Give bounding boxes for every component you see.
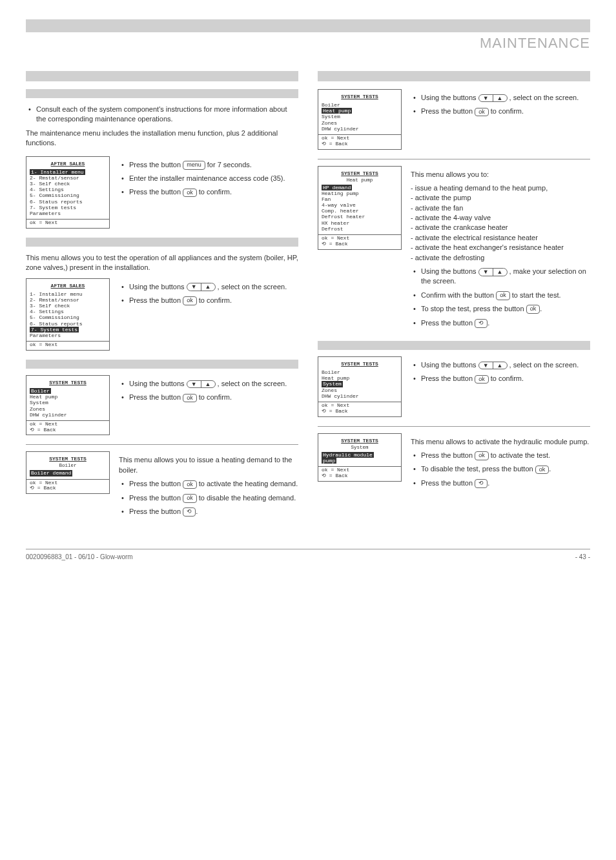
divider (318, 159, 590, 159)
arrow-buttons-icon: ▼▲ (478, 94, 508, 103)
back-button-icon: ⟲ (475, 319, 488, 328)
arrow-buttons-icon: ▼▲ (187, 380, 216, 389)
footer-left: 0020096883_01 - 06/10 - Glow-worm (26, 553, 133, 560)
block-hp-sub: SYSTEM TESTSHeat pumpHP demandHeating pu… (318, 166, 590, 332)
lcd-sys-sub: SYSTEM TESTSSystemHydraulic modulepumpok… (318, 433, 402, 482)
divider (318, 426, 590, 427)
arrow-buttons-icon: ▼▲ (478, 268, 508, 276)
right-column: SYSTEM TESTSBoilerHeat pumpSystemZonesDH… (318, 71, 590, 529)
block-st-hp-sel: SYSTEM TESTSBoilerHeat pumpSystemZonesDH… (318, 89, 590, 150)
lcd-st-system: SYSTEM TESTSBoilerHeat pumpSystemZonesDH… (318, 356, 402, 417)
ok-button-icon: ok (496, 291, 510, 300)
header-bar (26, 19, 590, 32)
lcd-after-sales-1: AFTER SALES1- Installer menu2- Rmstat/se… (26, 156, 110, 229)
back-button-icon: ⟲ (183, 507, 196, 517)
tests-desc: This menu allows you to test the operati… (26, 253, 298, 273)
section-head (318, 71, 590, 81)
menu-button-icon: menu (183, 161, 205, 170)
footer-right: - 43 - (575, 553, 590, 560)
sub-head (26, 89, 298, 98)
block-sys-sub: SYSTEM TESTSSystemHydraulic modulepumpok… (318, 433, 590, 493)
page-title: MAINTENANCE (26, 35, 590, 52)
block-st-system-sel: SYSTEM TESTSBoilerHeat pumpSystemZonesDH… (318, 356, 590, 417)
arrow-buttons-icon: ▼▲ (478, 362, 508, 370)
system-sub-intro: This menu allows to activate the hydraul… (411, 437, 590, 447)
lcd-st-boiler: SYSTEM TESTSBoilerHeat pumpSystemZonesDH… (26, 375, 110, 436)
back-button-icon: ⟲ (475, 479, 488, 488)
ok-button-icon: ok (183, 494, 197, 503)
ok-button-icon: ok (183, 480, 197, 489)
lcd-hp-sub: SYSTEM TESTSHeat pumpHP demandHeating pu… (318, 166, 402, 250)
lcd-boiler-demand: SYSTEM TESTSBoilerBoiler demandok = Next… (26, 451, 110, 494)
block-boiler-demand: SYSTEM TESTSBoilerBoiler demandok = Next… (26, 451, 298, 520)
hp-menu-lines: - issue a heating demand to the heat pum… (411, 183, 590, 263)
lcd-after-sales-2: AFTER SALES1- Installer menu2- Rmstat/se… (26, 278, 110, 351)
sub-head (26, 238, 298, 247)
intro-desc: The maintenance menu includes the instal… (26, 128, 298, 148)
block-after-sales-2: AFTER SALES1- Installer menu2- Rmstat/se… (26, 278, 298, 351)
ok-button-icon: ok (475, 375, 489, 384)
block-after-sales-1: AFTER SALES1- Installer menu2- Rmstat/se… (26, 156, 298, 229)
page-footer: 0020096883_01 - 06/10 - Glow-worm - 43 - (26, 549, 590, 560)
section-head (26, 71, 298, 81)
ok-button-icon: ok (183, 189, 197, 198)
content-columns: Consult each of the system component's i… (26, 71, 590, 529)
sub-head (26, 360, 298, 369)
intro-note-text: Consult each of the system component's i… (26, 105, 298, 125)
left-column: Consult each of the system component's i… (26, 71, 298, 529)
intro-note: Consult each of the system component's i… (26, 105, 298, 125)
boiler-demand-intro: This menu allows you to issue a heating … (119, 455, 298, 475)
ok-button-icon: ok (475, 451, 489, 460)
ok-button-icon: ok (535, 466, 549, 475)
ok-button-icon: ok (475, 108, 489, 117)
ok-button-icon: ok (526, 305, 540, 314)
ok-button-icon: ok (183, 296, 197, 305)
ok-button-icon: ok (183, 394, 197, 403)
block-st-boiler-sel: SYSTEM TESTSBoilerHeat pumpSystemZonesDH… (26, 375, 298, 436)
lcd-st-hp: SYSTEM TESTSBoilerHeat pumpSystemZonesDH… (318, 89, 402, 150)
divider (26, 444, 298, 445)
after-sales-instructions: Press the button menu for 7 seconds. Ent… (119, 160, 298, 198)
hp-menu-intro: This menu allows you to: (411, 170, 590, 179)
arrow-buttons-icon: ▼▲ (187, 283, 216, 291)
sub-head (318, 341, 590, 350)
